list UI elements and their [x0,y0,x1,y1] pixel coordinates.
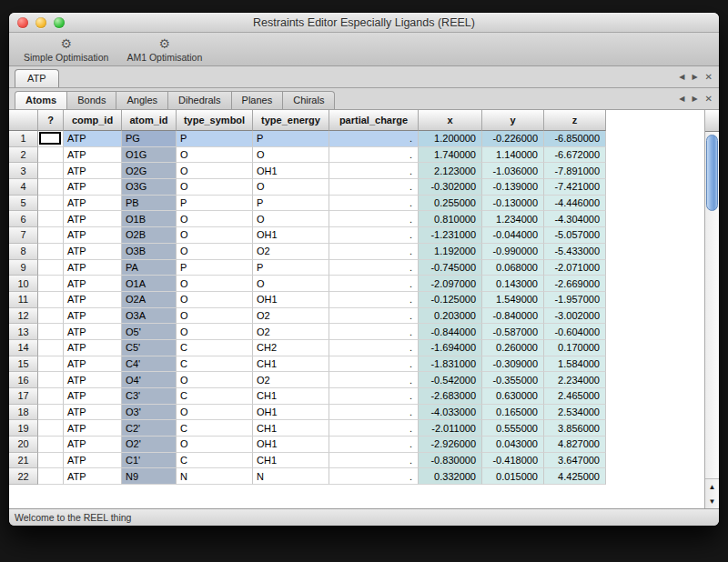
cell-y[interactable]: -0.130000 [482,196,544,212]
cell-atom_id[interactable]: PG [122,131,177,147]
cell-x[interactable]: -0.745000 [419,260,482,276]
cell-x[interactable]: -1.694000 [419,340,482,356]
cell-comp_id[interactable]: ATP [64,227,122,244]
cell-partial_charge[interactable]: . [329,163,419,179]
cell-z[interactable]: -5.057000 [544,227,606,244]
cell-partial_charge[interactable]: . [329,453,419,469]
row-number[interactable]: 20 [9,437,38,453]
cell-q[interactable] [38,437,64,453]
column-header-atom_id[interactable]: atom_id [122,110,177,131]
cell-type_energy[interactable]: O [253,276,329,292]
cell-type_symbol[interactable]: P [177,260,253,276]
cell-comp_id[interactable]: ATP [64,163,122,179]
cell-y[interactable]: -1.036000 [482,163,544,179]
cell-type_symbol[interactable]: O [177,372,253,388]
cell-x[interactable]: -2.011000 [419,420,482,437]
cell-partial_charge[interactable]: . [329,131,419,147]
row-number[interactable]: 22 [9,468,38,485]
cell-y[interactable]: -0.587000 [482,324,544,340]
cell-z[interactable]: -2.071000 [544,260,606,276]
cell-y[interactable]: 1.234000 [482,211,544,227]
cell-q[interactable] [38,405,64,421]
cell-type_energy[interactable]: O2 [253,372,329,388]
row-number[interactable]: 7 [9,227,38,244]
cell-x[interactable]: 0.810000 [419,211,482,227]
cell-atom_id[interactable]: N9 [122,468,177,485]
cell-partial_charge[interactable]: . [329,372,419,388]
table-row[interactable]: 16ATPO4'OO2.-0.542000-0.3550002.234000 [9,372,606,388]
zoom-window-button[interactable] [54,17,65,28]
cell-x[interactable]: 2.123000 [419,163,482,179]
column-header-comp_id[interactable]: comp_id [64,110,122,131]
table-row[interactable]: 1ATPPGPP.1.200000-0.226000-6.850000 [9,131,606,147]
column-header-partial_charge[interactable]: partial_charge [329,110,419,131]
cell-atom_id[interactable]: O3A [122,308,177,325]
cell-type_energy[interactable]: O2 [253,244,329,260]
cell-type_symbol[interactable]: O [177,324,253,340]
column-header-q[interactable]: ? [38,110,64,131]
cell-y[interactable]: 0.043000 [482,437,544,453]
tab-scroll-left-icon[interactable]: ◀ [679,95,684,103]
cell-type_symbol[interactable]: O [177,179,253,196]
cell-partial_charge[interactable]: . [329,388,419,405]
cell-atom_id[interactable]: C4' [122,356,177,373]
cell-type_symbol[interactable]: C [177,340,253,356]
cell-type_energy[interactable]: OH1 [253,227,329,244]
cell-atom_id[interactable]: C5' [122,340,177,356]
cell-atom_id[interactable]: O1A [122,276,177,292]
cell-partial_charge[interactable]: . [329,420,419,437]
cell-partial_charge[interactable]: . [329,147,419,164]
cell-comp_id[interactable]: ATP [64,356,122,373]
cell-type_energy[interactable]: O [253,147,329,164]
cell-y[interactable]: 0.555000 [482,420,544,437]
row-number[interactable]: 2 [9,147,38,164]
table-row[interactable]: 9ATPPAPP.-0.7450000.068000-2.071000 [9,260,606,276]
cell-partial_charge[interactable]: . [329,211,419,227]
cell-comp_id[interactable]: ATP [64,372,122,388]
cell-z[interactable]: 4.425000 [544,468,606,485]
cell-q[interactable] [38,292,64,308]
table-row[interactable]: 18ATPO3'OOH1.-4.0330000.1650002.534000 [9,405,606,421]
column-header-x[interactable]: x [419,110,482,131]
cell-type_symbol[interactable]: O [177,308,253,325]
cell-comp_id[interactable]: ATP [64,324,122,340]
table-row[interactable]: 10ATPO1AOO.-2.0970000.143000-2.669000 [9,276,606,292]
cell-type_symbol[interactable]: O [177,292,253,308]
cell-q[interactable] [38,340,64,356]
cell-comp_id[interactable]: ATP [64,292,122,308]
tab-chirals[interactable]: Chirals [283,91,335,109]
tab-dihedrals[interactable]: Dihedrals [168,91,231,109]
tab-scroll-left-icon[interactable]: ◀ [679,73,684,81]
cell-type_energy[interactable]: CH2 [253,340,329,356]
table-row[interactable]: 7ATPO2BOOH1.-1.231000-0.044000-5.057000 [9,227,606,244]
cell-atom_id[interactable]: O2B [122,227,177,244]
cell-y[interactable]: 1.140000 [482,147,544,164]
cell-partial_charge[interactable]: . [329,276,419,292]
table-row[interactable]: 12ATPO3AOO2.0.203000-0.840000-3.002000 [9,308,606,325]
cell-type_energy[interactable]: CH1 [253,420,329,437]
cell-q[interactable] [38,356,64,373]
cell-z[interactable]: -7.891000 [544,163,606,179]
cell-q[interactable] [38,196,64,212]
row-number[interactable]: 19 [9,420,38,437]
cell-z[interactable]: -7.421000 [544,179,606,196]
cell-q[interactable] [38,211,64,227]
cell-type_symbol[interactable]: P [177,196,253,212]
cell-atom_id[interactable]: PA [122,260,177,276]
cell-q[interactable] [38,131,64,147]
cell-type_symbol[interactable]: P [177,131,253,147]
cell-q[interactable] [38,163,64,179]
row-number[interactable]: 15 [9,356,38,373]
cell-comp_id[interactable]: ATP [64,453,122,469]
scroll-down-icon[interactable]: ▼ [705,494,719,508]
cell-type_symbol[interactable]: C [177,420,253,437]
cell-z[interactable]: -5.433000 [544,244,606,260]
cell-partial_charge[interactable]: . [329,437,419,453]
row-number[interactable]: 11 [9,292,38,308]
cell-q[interactable] [38,227,64,244]
cell-atom_id[interactable]: O4' [122,372,177,388]
cell-comp_id[interactable]: ATP [64,437,122,453]
doc-tab-atp[interactable]: ATP [15,69,59,87]
cell-type_energy[interactable]: P [253,131,329,147]
table-row[interactable]: 15ATPC4'CCH1.-1.831000-0.3090001.584000 [9,356,606,373]
